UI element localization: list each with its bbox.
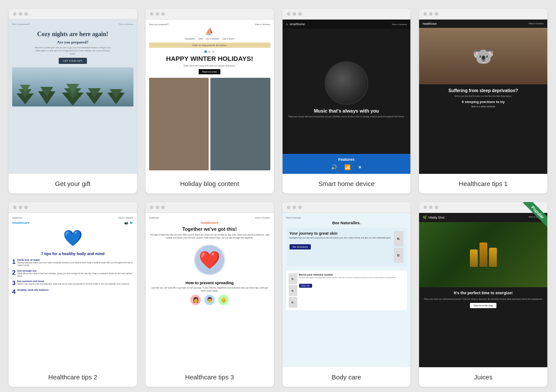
- preview-smarthome: ⌂ smarthome. View in browser Music that'…: [283, 20, 411, 174]
- browser-dot: [423, 206, 427, 209]
- browser-bar-7: [283, 202, 411, 213]
- holiday-carousel-dots: [204, 50, 215, 53]
- smarthome-headline: Music that's always with you: [314, 108, 379, 113]
- popular-badge-label: Popular: [523, 202, 547, 227]
- template-grid: Have you prepared? View in browser Cozy …: [9, 9, 547, 387]
- tip-text-2: Sleep allows your body to heal and recha…: [17, 272, 133, 278]
- card-juices[interactable]: Popular 🌿 Vitality Shot View in browser: [419, 202, 547, 387]
- smarthome-features-label: Features: [286, 157, 407, 162]
- health1-headline: Suffering from sleep deprivation?: [449, 88, 518, 93]
- health2-logo-row: healthcare 📷 🐦: [12, 221, 133, 225]
- health2-social-icons: 📷 🐦: [124, 221, 133, 225]
- bodycare-shop-btn: Shop now: [299, 284, 312, 288]
- smarthome-subtext: Take your music with you everywhere you …: [288, 115, 405, 118]
- card-body-care[interactable]: View in browser Bee Naturalles. Your jou…: [283, 202, 411, 387]
- card-healthcare-1[interactable]: healthcare View in browser 🐨 Suffering f…: [419, 9, 547, 193]
- twitter-icon: 🐦: [130, 221, 133, 225]
- health2-logo: healthcare: [12, 221, 30, 225]
- popular-badge: Popular: [517, 202, 547, 233]
- browser-bar-2: [146, 9, 274, 20]
- smarthome-icons-row: 🔊 📶 ✴: [286, 164, 407, 170]
- holiday-top-text: Have you prepared?: [149, 23, 169, 26]
- gift-subheadline: Are you prepared?: [57, 40, 89, 44]
- holiday-banner: Enter our blog posts for all holidays: [149, 43, 270, 48]
- browser-dot: [423, 12, 427, 16]
- browser-dot: [287, 206, 290, 209]
- card-holiday-blog[interactable]: Have you prepared? View in browser ⛵ Ins…: [146, 9, 274, 193]
- tip-title-1: Drink lots of water: [17, 259, 133, 261]
- health3-avatar-2: 👨: [204, 295, 215, 305]
- juices-subtext: Have you tried our cold-pressed juices? …: [424, 298, 543, 301]
- card-label-health3: Healthcare tips 3: [146, 367, 274, 387]
- browser-bar-5: [9, 202, 137, 213]
- health3-top: healthcare: [149, 216, 159, 219]
- health3-section-title: How to prevent spreading: [149, 281, 270, 285]
- preview-bodycare: View in browser Bee Naturalles. Your jou…: [283, 213, 411, 367]
- tip-num-3: 3: [12, 280, 16, 286]
- holiday-subtext: Grab some hot cocoa and read our newest …: [183, 64, 236, 67]
- tip-text-1: Staying hydrated makes sure your body co…: [17, 262, 133, 267]
- health1-subtext: We've got tips that'll make you feel lik…: [455, 95, 512, 97]
- preview-health2: healthcare View in browser healthcare 📷 …: [9, 213, 137, 367]
- health3-subtext: Through it might feel like we have littl…: [149, 233, 270, 239]
- preview-juices: 🌿 Vitality Shot View in browser I: [419, 213, 547, 367]
- bodycare-hero-headline: Your journey to great skin: [290, 231, 392, 236]
- health3-avatar-3: 👴: [218, 295, 229, 305]
- card-label-holiday: Holiday blog content: [146, 174, 274, 193]
- smarthome-logo: smarthome.: [290, 23, 306, 26]
- card-label-gift: Get your gift: [9, 174, 137, 193]
- browser-dot: [13, 12, 17, 16]
- card-label-health1: Healthcare tips 1: [419, 174, 547, 193]
- browser-dot: [13, 206, 17, 209]
- juices-logo: Vitality Shot: [428, 216, 444, 219]
- health3-view: View in browser: [255, 216, 270, 219]
- holiday-view-text: View in browser: [255, 23, 270, 26]
- card-label-smarthome: Smart home device: [283, 174, 411, 193]
- browser-dot: [161, 206, 165, 209]
- health2-top: healthcare: [12, 216, 22, 219]
- juices-bottles: [470, 243, 497, 267]
- tip-num-1: 1: [12, 259, 16, 265]
- juices-bottle-2: [479, 243, 487, 267]
- juices-cta: Take me to the shop: [470, 303, 496, 308]
- browser-dot: [435, 206, 438, 209]
- health3-avatars: 👩 👨 👴: [149, 295, 270, 305]
- card-healthcare-3[interactable]: healthcare View in browser healthcare To…: [146, 202, 274, 387]
- browser-dot: [298, 12, 302, 16]
- health2-tips: 1 Drink lots of water Staying hydrated m…: [12, 259, 133, 364]
- browser-dot: [150, 12, 153, 16]
- browser-dot: [24, 12, 28, 16]
- card-healthcare-2[interactable]: healthcare View in browser healthcare 📷 …: [9, 202, 137, 387]
- holiday-headline: HAPPY WINTER HOLIDAYS!: [166, 55, 253, 63]
- health2-view: View in browser: [118, 216, 133, 219]
- bodycare-product-title: Boost your immune system: [299, 273, 405, 276]
- card-smart-home[interactable]: ⌂ smarthome. View in browser Music that'…: [283, 9, 411, 193]
- tip-num-4: 4: [12, 289, 16, 295]
- bluetooth-icon: ✴: [358, 164, 362, 170]
- health1-image: 🐨: [419, 28, 547, 84]
- holiday-logo-icon: ⛵: [205, 27, 214, 36]
- bodycare-top: View in browser: [286, 216, 301, 219]
- tip-title-4: Healthy work-life balance: [17, 289, 49, 291]
- gift-cta: GET YOUR GIFT: [59, 58, 87, 64]
- juices-bottle-1: [470, 249, 478, 267]
- speaker-icon: 🔊: [331, 164, 337, 170]
- preview-health1: healthcare View in browser 🐨 Suffering f…: [419, 20, 547, 174]
- browser-dot: [293, 206, 296, 209]
- bodycare-product-text: Propolis clear glaze stimulates the immu…: [299, 277, 405, 279]
- gift-headline: Cozy nights are here again!: [37, 30, 109, 38]
- tip-row-2: 2 Get enough zzz Sleep allows your body …: [12, 269, 133, 278]
- card-get-your-gift[interactable]: Have you prepared? View in browser Cozy …: [9, 9, 137, 193]
- preview-holiday: Have you prepared? View in browser ⛵ Ins…: [146, 20, 274, 174]
- heart-icon: ❤️: [199, 250, 220, 270]
- tip-row-1: 1 Drink lots of water Staying hydrated m…: [12, 259, 133, 267]
- health2-headline: 7 tips for a healthy body and mind: [12, 252, 133, 256]
- smarthome-features: Features 🔊 📶 ✴: [283, 154, 411, 174]
- gift-body-text: When the weather gets cold, it's time to…: [33, 46, 112, 55]
- tip-num-2: 2: [12, 269, 16, 276]
- koala-icon: 🐨: [419, 28, 547, 84]
- browser-dot: [429, 12, 433, 16]
- browser-dot: [19, 12, 22, 16]
- bodycare-hero: Your journey to great skin Strengthening…: [286, 228, 407, 266]
- gift-view-text: View in browser: [119, 23, 133, 25]
